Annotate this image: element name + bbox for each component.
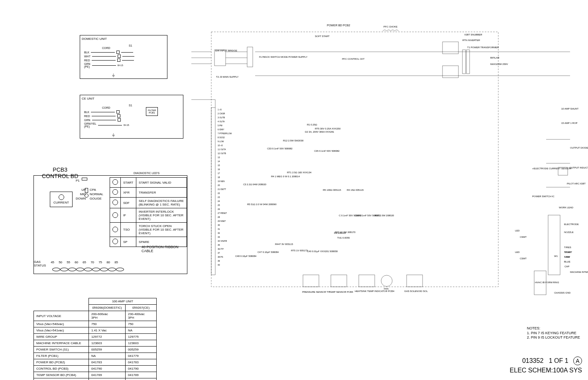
led-circle-icon bbox=[112, 189, 118, 195]
svg-rect-5 bbox=[462, 50, 466, 74]
j2-pin-10: 10 +5 bbox=[218, 143, 232, 147]
part-no: 013352 bbox=[522, 357, 543, 364]
svg-rect-11 bbox=[303, 275, 319, 287]
spec-table: 100 AMP UNIT 059266(DOMESTIC)059267(CE) … bbox=[33, 298, 157, 380]
gas-dot-icon bbox=[116, 268, 124, 271]
w15-label: W-15 bbox=[118, 64, 123, 67]
j2-pin-17: 17 bbox=[218, 171, 232, 175]
spec-a-1: 750 bbox=[89, 321, 126, 327]
gas-num: 60 bbox=[73, 261, 81, 264]
j2-pin-33: 33 bbox=[218, 235, 232, 239]
svg-point-14 bbox=[381, 275, 392, 286]
spec-b-3: 129775 bbox=[126, 334, 157, 340]
ce-wire-red: RED bbox=[84, 114, 129, 118]
csmt-1-label: CSMT bbox=[520, 236, 527, 238]
led-desc-1: TRANSFER bbox=[136, 188, 187, 198]
note-1: 1. PIN 7 IS KEYING FEATURE bbox=[527, 331, 580, 336]
j2-pin-16: 16 bbox=[218, 167, 232, 171]
ce-wire-red-label: RED bbox=[84, 115, 90, 118]
led-abbr-3: IF bbox=[121, 208, 136, 223]
led-1-label: LED bbox=[515, 229, 520, 232]
j2-pin-34: 34 VIN/FR bbox=[218, 239, 232, 243]
j2-pin-6: 6 IDMY bbox=[218, 127, 232, 131]
spec-b-5: 005259 bbox=[126, 347, 157, 353]
spec-label-8: CONTROL BD (PCB3) bbox=[34, 366, 89, 372]
j4-pin12: BLUE bbox=[564, 261, 570, 263]
pcb3-title-1: PCB3 bbox=[42, 166, 78, 173]
comp-c35-7: C35 0.1mF 50V 508082 bbox=[314, 150, 340, 152]
spec-label-2: Vbus (Vac>541vac) bbox=[34, 327, 89, 334]
t-amp-shunt-1: 10 AMP SHUNT bbox=[561, 108, 578, 110]
ce-wire-grnyel-label: GRN/YEL (PE) bbox=[84, 122, 96, 128]
p1-label: P1 bbox=[76, 179, 80, 182]
filter-pcb1-block: FILTER PCB1 bbox=[146, 107, 158, 116]
spec-b-9: 041789 bbox=[126, 372, 157, 378]
j2-pin-3: 3 OUTB bbox=[218, 116, 232, 119]
led-abbr-0: START bbox=[121, 178, 136, 188]
j2-pin-14: 14 bbox=[218, 159, 232, 163]
pfc-control-label: PFC CONTROL CKT bbox=[342, 58, 364, 60]
ldiv-label: LDIV bbox=[564, 256, 570, 258]
j2-pin-12: 12 OUTB bbox=[218, 151, 232, 155]
j2-pin-21: 21 ISETT bbox=[218, 187, 232, 191]
ce-ground-icon: ⏚ bbox=[112, 132, 115, 137]
ce-cord: CORD bbox=[102, 106, 110, 109]
j4-pin2: ELECTRODE bbox=[564, 223, 579, 225]
led-desc-4: TORCH STUCK OPEN (VISIBLE FOR 10 SEC. AF… bbox=[136, 223, 187, 237]
domestic-title: DOMESTIC UNIT bbox=[82, 37, 165, 41]
current-pot: CURRENT bbox=[50, 192, 73, 207]
led-circle-icon bbox=[112, 179, 118, 185]
led-abbr-1: XFR bbox=[121, 188, 136, 198]
spec-a-2: 1.41 X Vac bbox=[89, 327, 126, 334]
gas-num: 75 bbox=[96, 261, 104, 264]
gas-dot-icon bbox=[84, 268, 92, 271]
spec-b-0: 230-400vac 3PH bbox=[126, 311, 157, 321]
csmt-2-label: CSMT bbox=[520, 257, 527, 260]
mid-dot-icon bbox=[85, 194, 88, 198]
j2-pin-35: 35 bbox=[218, 243, 232, 247]
gas-num: 55 bbox=[65, 261, 73, 264]
led-desc-2: SELF DIAGNOSTICS FAILURE (BLINKING @ 1 S… bbox=[136, 198, 187, 208]
title-block: 013352 1 OF 1 A ELEC SCHEM:100A SYS bbox=[510, 356, 582, 374]
spec-label-7: POWER BD (PCB2) bbox=[34, 359, 89, 366]
comp-c48-20: C48 0.10μF 508084 bbox=[235, 255, 256, 257]
j2-pin-27: 27 FBSET bbox=[218, 211, 232, 215]
j2-pin-2: 2 CNSR bbox=[218, 112, 232, 116]
comp-r5-14: R5 100Ω 005115 bbox=[323, 189, 341, 191]
gas-dot-icon bbox=[68, 268, 76, 271]
wire-red-label: RED bbox=[84, 59, 90, 62]
j2-pin-36: 36 ITP bbox=[218, 247, 232, 251]
spec-label-6: FILTER (PCB1) bbox=[34, 353, 89, 359]
ce-wire-grn: GRN bbox=[84, 118, 129, 121]
svg-rect-0 bbox=[211, 32, 498, 287]
domestic-s1: S1 bbox=[129, 44, 132, 47]
led-abbr-2: SDF bbox=[121, 198, 136, 208]
spec-col-domestic: 059266(DOMESTIC) bbox=[89, 305, 126, 311]
comp-c47-19: C47 0.10μF 508084 bbox=[258, 251, 279, 253]
led-circle-icon bbox=[112, 200, 118, 205]
pcb3-panel: P1 CURRENT UP MID DOWN CPA NORMAL GOUGE … bbox=[33, 175, 187, 274]
spec-unit-header: 100 AMP UNIT bbox=[89, 298, 157, 305]
w1-label: W1 bbox=[554, 255, 558, 257]
pressure-sensor-label: PRESSURE SENSOR TX bbox=[302, 291, 330, 293]
j2-pin-1: 1 +5 bbox=[218, 108, 232, 112]
spec-label-10: TIMING DIAGRAM bbox=[34, 378, 89, 380]
gas-dot-icon bbox=[60, 268, 68, 271]
temp-sensor-pcb4-label: TEMP SENSOR PCB4 bbox=[329, 291, 353, 293]
igbt-snubber-label: IGBT SNUBBER bbox=[464, 33, 482, 36]
gas-solenoid-label: GAS SOLENOID SOL bbox=[404, 290, 428, 292]
comp-r1-0: R1 0.25Ω bbox=[307, 123, 317, 126]
emi-bridge-label: EMI INPUT BRIDGE bbox=[215, 49, 237, 52]
comp-rt5-1: RT5 30V 0.25A XXX250 bbox=[315, 127, 340, 130]
gas-num: 80 bbox=[104, 261, 112, 264]
down-label: DOWN bbox=[76, 196, 86, 201]
j2-pin-32: 32 bbox=[218, 231, 232, 235]
wire-grn-pe-label: GRN (PE) bbox=[84, 63, 90, 68]
ce-wire-grnyel: GRN/YEL (PE)W-15 bbox=[84, 122, 129, 128]
comp-c33-6: C33 0.1mF 50V 508082 bbox=[267, 147, 293, 150]
spec-a-7: 041783 bbox=[89, 359, 126, 366]
j2-pin-28: 28 bbox=[218, 215, 232, 219]
ce-title: CE UNIT bbox=[82, 97, 181, 100]
j2-pin-25: 25 bbox=[218, 203, 232, 207]
spec-col-ce: 059267(CE) bbox=[126, 305, 157, 311]
